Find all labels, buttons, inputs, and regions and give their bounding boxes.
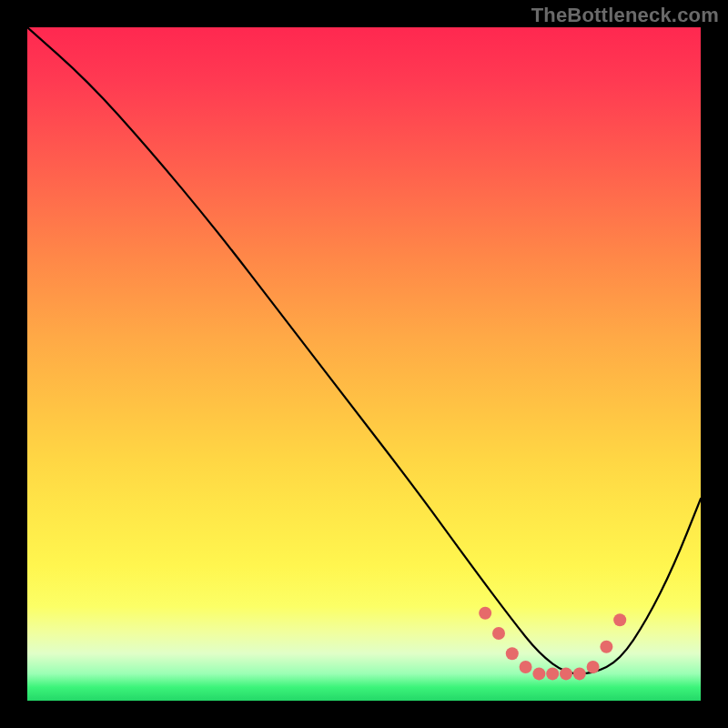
highlight-dot xyxy=(479,607,491,620)
bottleneck-curve-path xyxy=(27,27,701,673)
highlight-dot xyxy=(532,667,545,680)
watermark-text: TheBottleneck.com xyxy=(531,4,719,27)
highlight-dot xyxy=(587,661,600,673)
plot-area xyxy=(27,27,701,701)
highlight-dot xyxy=(546,667,559,680)
highlight-dot xyxy=(613,613,626,626)
highlight-dot xyxy=(560,667,572,680)
chart-stage: TheBottleneck.com xyxy=(0,0,728,728)
highlight-dot xyxy=(506,647,519,660)
highlight-dot xyxy=(573,667,586,680)
highlight-dot xyxy=(520,661,532,673)
chart-svg xyxy=(27,27,701,701)
highlight-dot xyxy=(600,641,612,653)
highlight-dot xyxy=(492,627,505,640)
